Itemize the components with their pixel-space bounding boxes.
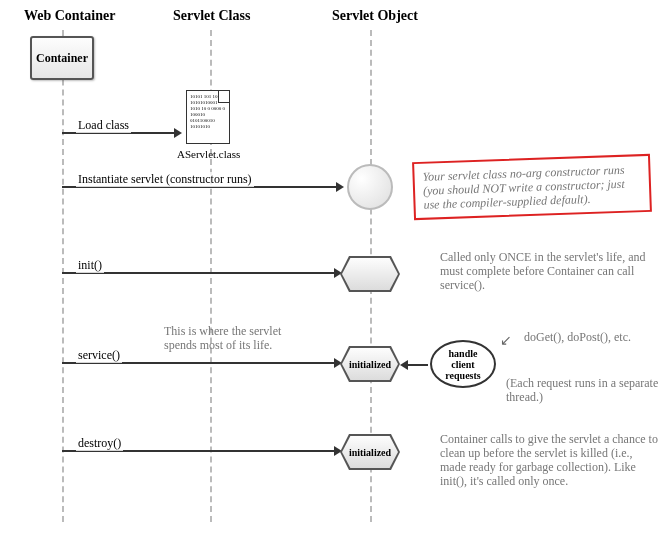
header-web-container: Web Container [24, 8, 115, 24]
label-load-class: Load class [76, 118, 131, 133]
curve-arrow-icon: ↙ [500, 332, 512, 349]
hex-service: initialized [342, 348, 398, 380]
class-file-icon: 10101 101 10 10101010001 1010 10 0 0000 … [186, 90, 230, 144]
note-destroy: Container calls to give the servlet a ch… [440, 432, 660, 488]
container-box: Container [30, 36, 94, 80]
note-spends: This is where the servlet spends most of… [164, 324, 314, 352]
header-servlet-class: Servlet Class [173, 8, 250, 24]
lifeline-container [62, 30, 64, 522]
hex-init [342, 258, 398, 290]
label-init: init() [76, 258, 104, 273]
oval-handle-requests: handle client requests [430, 340, 496, 388]
hex-destroy: initialized [342, 436, 398, 468]
label-destroy: destroy() [76, 436, 123, 451]
label-service: service() [76, 348, 122, 363]
note-thread: (Each request runs in a separate thread.… [506, 376, 661, 404]
arrow-oval-to-hex [402, 364, 428, 366]
new-object-circle [347, 164, 393, 210]
label-instantiate: Instantiate servlet (constructor runs) [76, 172, 254, 187]
file-caption: AServlet.class [177, 148, 240, 160]
note-init: Called only ONCE in the servlet's life, … [440, 250, 650, 292]
note-constructor: Your servlet class no-arg constructor ru… [412, 154, 652, 220]
note-doget: doGet(), doPost(), etc. [524, 330, 644, 344]
header-servlet-object: Servlet Object [332, 8, 418, 24]
